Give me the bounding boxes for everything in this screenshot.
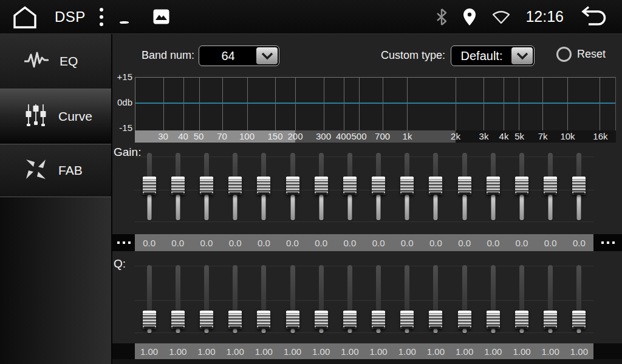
- slider-thumb[interactable]: [286, 177, 299, 195]
- slider-thumb[interactable]: [171, 311, 185, 329]
- x-tick-label: 300: [316, 131, 331, 141]
- slider-thumb[interactable]: [315, 311, 328, 329]
- slider-thumb[interactable]: [544, 177, 557, 195]
- q-row-spacer: [593, 343, 622, 359]
- q-slider-6[interactable]: [278, 265, 307, 341]
- q-slider-16[interactable]: [565, 265, 593, 341]
- slider-thumb[interactable]: [458, 177, 471, 195]
- slider-thumb[interactable]: [372, 177, 385, 195]
- slider-thumb[interactable]: [200, 177, 213, 195]
- slider-track: [405, 195, 409, 220]
- slider-track: [233, 265, 238, 314]
- slider-track: [405, 329, 409, 333]
- slider-thumb[interactable]: [487, 177, 500, 195]
- slider-thumb[interactable]: [143, 311, 156, 329]
- gain-slider-1[interactable]: [135, 152, 163, 234]
- slider-thumb[interactable]: [515, 177, 528, 195]
- sidebar: EQCurveFAB: [0, 34, 112, 364]
- gain-slider-10[interactable]: [393, 152, 422, 234]
- gain-more-left-button[interactable]: [112, 234, 135, 251]
- grid-vline: [519, 78, 519, 130]
- gallery-icon[interactable]: [153, 9, 169, 24]
- q-slider-15[interactable]: [536, 265, 565, 341]
- slider-track: [577, 195, 581, 220]
- q-slider-2[interactable]: [163, 265, 192, 341]
- eq-response-curve: [135, 103, 615, 104]
- slider-thumb[interactable]: [458, 311, 471, 329]
- slider-thumb[interactable]: [286, 311, 299, 329]
- gain-slider-4[interactable]: [221, 152, 250, 234]
- gain-value-7: 0.0: [307, 234, 335, 251]
- reset-button[interactable]: Reset: [556, 47, 606, 62]
- slider-thumb[interactable]: [515, 311, 528, 329]
- slider-thumb[interactable]: [315, 177, 328, 195]
- custom-type-dropdown[interactable]: Default:: [451, 46, 535, 66]
- q-slider-10[interactable]: [393, 265, 422, 341]
- slider-thumb[interactable]: [257, 177, 270, 195]
- gain-slider-15[interactable]: [536, 152, 565, 234]
- q-slider-7[interactable]: [307, 265, 335, 341]
- clock: 12:16: [525, 8, 564, 25]
- overflow-menu-icon[interactable]: [99, 7, 104, 27]
- slider-thumb[interactable]: [228, 177, 242, 195]
- slider-thumb[interactable]: [228, 311, 242, 329]
- slider-track: [147, 329, 151, 333]
- q-slider-8[interactable]: [335, 265, 364, 341]
- slider-thumb[interactable]: [400, 311, 414, 329]
- q-slider-3[interactable]: [192, 265, 220, 341]
- q-slider-12[interactable]: [450, 265, 479, 341]
- q-slider-13[interactable]: [479, 265, 507, 341]
- sidebar-item-eq[interactable]: EQ: [0, 34, 111, 89]
- q-slider-5[interactable]: [250, 265, 278, 341]
- back-icon[interactable]: [578, 5, 611, 29]
- slider-thumb[interactable]: [343, 177, 357, 195]
- slider-track: [434, 195, 438, 220]
- sidebar-item-curve[interactable]: Curve: [0, 89, 111, 144]
- gain-slider-12[interactable]: [450, 152, 479, 234]
- q-value-13: 1.00: [479, 343, 507, 359]
- eq-curve-plot[interactable]: [135, 77, 616, 130]
- chevron-down-icon[interactable]: [511, 47, 533, 64]
- slider-thumb[interactable]: [143, 177, 156, 195]
- q-value-8: 1.00: [335, 343, 364, 359]
- grid-vline: [504, 78, 504, 130]
- grid-vline: [407, 78, 408, 130]
- apps-icon[interactable]: [120, 7, 140, 27]
- slider-thumb[interactable]: [171, 177, 185, 195]
- q-slider-14[interactable]: [507, 265, 536, 341]
- gain-slider-16[interactable]: [565, 152, 593, 234]
- reset-radio-icon[interactable]: [556, 47, 572, 62]
- sidebar-item-fab[interactable]: FAB: [0, 144, 111, 197]
- gain-more-right-button[interactable]: [593, 234, 622, 251]
- chevron-down-icon[interactable]: [256, 47, 278, 64]
- gain-slider-9[interactable]: [364, 152, 393, 234]
- gain-slider-8[interactable]: [335, 152, 364, 234]
- slider-thumb[interactable]: [343, 311, 357, 329]
- gain-slider-5[interactable]: [250, 152, 278, 234]
- slider-thumb[interactable]: [544, 311, 557, 329]
- slider-thumb[interactable]: [487, 311, 500, 329]
- q-slider-4[interactable]: [221, 265, 250, 341]
- slider-thumb[interactable]: [572, 311, 586, 329]
- slider-thumb[interactable]: [257, 311, 270, 329]
- slider-thumb[interactable]: [200, 311, 213, 329]
- gain-slider-11[interactable]: [422, 152, 450, 234]
- slider-thumb[interactable]: [372, 311, 385, 329]
- q-slider-9[interactable]: [364, 265, 393, 341]
- gain-slider-2[interactable]: [163, 152, 192, 234]
- slider-thumb[interactable]: [429, 177, 442, 195]
- gain-value-11: 0.0: [422, 234, 450, 251]
- gain-slider-3[interactable]: [192, 152, 220, 234]
- q-slider-11[interactable]: [422, 265, 450, 341]
- gain-slider-7[interactable]: [307, 152, 335, 234]
- grid-vline: [295, 78, 296, 130]
- slider-thumb[interactable]: [429, 311, 442, 329]
- gain-slider-13[interactable]: [479, 152, 507, 234]
- slider-thumb[interactable]: [400, 177, 414, 195]
- gain-slider-6[interactable]: [278, 152, 307, 234]
- band-num-dropdown[interactable]: 64: [199, 46, 279, 66]
- home-icon[interactable]: [11, 5, 39, 29]
- q-slider-1[interactable]: [135, 265, 163, 341]
- slider-thumb[interactable]: [572, 177, 586, 195]
- gain-slider-14[interactable]: [507, 152, 536, 234]
